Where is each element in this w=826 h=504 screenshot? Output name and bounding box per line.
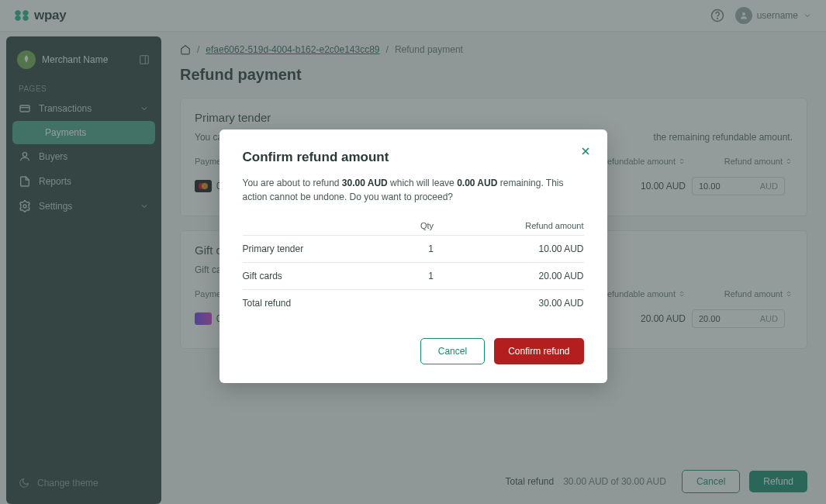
modal-cancel-button[interactable]: Cancel	[420, 338, 485, 364]
table-row: Gift cards 1 20.00 AUD	[243, 263, 584, 290]
col-qty: Qty	[399, 216, 434, 236]
modal-overlay: Confirm refund amount You are about to r…	[0, 0, 826, 504]
modal-title: Confirm refund amount	[243, 150, 584, 165]
total-row: Total refund 30.00 AUD	[243, 290, 584, 317]
table-row: Primary tender 1 10.00 AUD	[243, 236, 584, 263]
confirm-refund-modal: Confirm refund amount You are about to r…	[219, 129, 607, 383]
modal-text: You are about to refund 30.00 AUD which …	[243, 176, 584, 204]
modal-confirm-button[interactable]: Confirm refund	[494, 338, 583, 364]
modal-table: Qty Refund amount Primary tender 1 10.00…	[243, 216, 584, 316]
col-refund-amount: Refund amount	[434, 216, 584, 236]
close-icon[interactable]	[579, 145, 592, 157]
